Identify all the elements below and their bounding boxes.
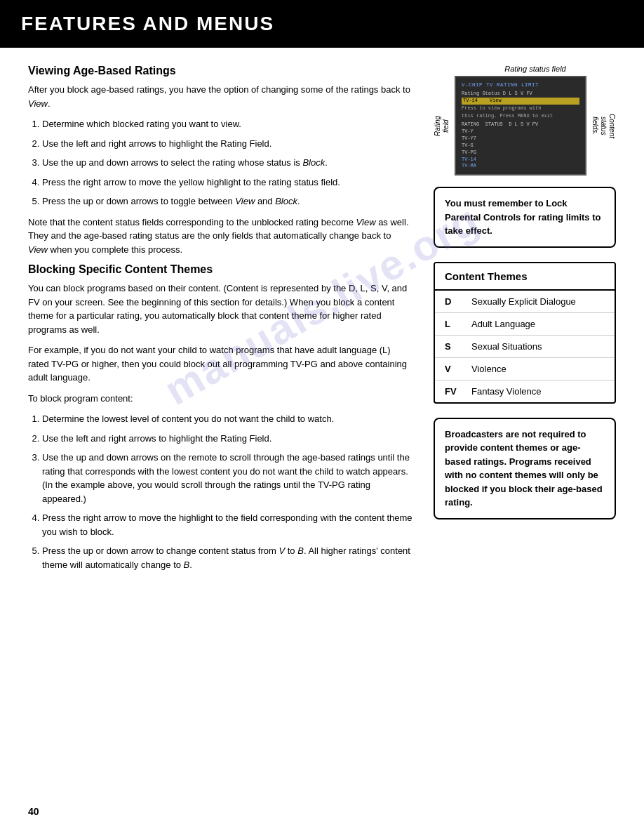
step-item: Press the right arrow to move the highli… <box>42 511 412 538</box>
theme-desc-s: Sexual Situations <box>471 341 542 352</box>
step-item: Press the up or down arrow to change con… <box>42 544 412 571</box>
theme-code-l: L <box>445 319 462 329</box>
section1-steps: Determine which blocked rating you want … <box>28 117 412 208</box>
theme-desc-fv: Fantasy Violence <box>471 386 542 397</box>
page-header: FEATURES AND MENUS <box>0 0 644 48</box>
page-number: 40 <box>28 806 39 817</box>
section2-para1: You can block programs based on their co… <box>28 282 412 336</box>
broadcaster-box-text: Broadcasters are not required to provide… <box>445 429 603 508</box>
section2-steps: Determine the lowest level of content yo… <box>28 412 412 571</box>
step-item: Use the up and down arrows on the remote… <box>42 451 412 505</box>
theme-row-d: D Sexually Explicit Dialogue <box>435 291 615 313</box>
rating-diagram: Ratingfield V-CHIP TV RATING LIMIT Ratin… <box>434 76 616 176</box>
content-status-label: Contentstatusfields. <box>591 114 616 138</box>
step-item: Press the up or down arrows to toggle be… <box>42 194 412 208</box>
rating-screen: V-CHIP TV RATING LIMIT Rating Status D L… <box>455 76 586 176</box>
step-item: Determine which blocked rating you want … <box>42 117 412 131</box>
theme-code-fv: FV <box>445 386 462 397</box>
section1-heading: Viewing Age-Based Ratings <box>28 65 412 77</box>
note-box-text: You must remember to Lock Parental Contr… <box>445 198 601 236</box>
step-item: Use the up and down arrows to select the… <box>42 156 412 170</box>
left-column: Viewing Age-Based Ratings After you bloc… <box>28 65 412 578</box>
right-column: Rating status field Ratingfield V-CHIP T… <box>434 65 616 578</box>
content-themes-table: Content Themes D Sexually Explicit Dialo… <box>434 262 616 404</box>
theme-desc-l: Adult Language <box>471 319 535 329</box>
section2-heading: Blocking Specific Content Themes <box>28 263 412 276</box>
theme-code-d: D <box>445 296 462 307</box>
page-title: FEATURES AND MENUS <box>21 13 623 35</box>
step-item: Determine the lowest level of content yo… <box>42 412 412 426</box>
theme-row-l: L Adult Language <box>435 313 615 336</box>
theme-code-s: S <box>445 341 462 352</box>
section1-note: Note that the content status fields corr… <box>28 216 412 257</box>
theme-row-fv: FV Fantasy Violence <box>435 380 615 402</box>
step-item: Use the left and right arrows to highlig… <box>42 137 412 151</box>
section2-para2: For example, if you do not want your chi… <box>28 343 412 385</box>
theme-desc-v: Violence <box>471 364 507 374</box>
section2-para3: To block program content: <box>28 392 412 406</box>
theme-desc-d: Sexually Explicit Dialogue <box>471 296 576 307</box>
step-item: Press the right arrow to move the yellow… <box>42 176 412 190</box>
theme-row-v: V Violence <box>435 358 615 380</box>
theme-row-s: S Sexual Situations <box>435 336 615 358</box>
section1-intro: After you block age-based ratings, you h… <box>28 83 412 110</box>
rating-field-label: Ratingfield <box>434 116 450 136</box>
content-themes-title: Content Themes <box>435 263 615 291</box>
rating-status-field-label: Rating status field <box>455 65 616 73</box>
theme-code-v: V <box>445 364 462 374</box>
note-box: You must remember to Lock Parental Contr… <box>434 187 616 248</box>
broadcaster-box: Broadcasters are not required to provide… <box>434 418 616 519</box>
page-content: Viewing Age-Based Ratings After you bloc… <box>0 65 644 607</box>
step-item: Use the left and right arrows to highlig… <box>42 432 412 446</box>
